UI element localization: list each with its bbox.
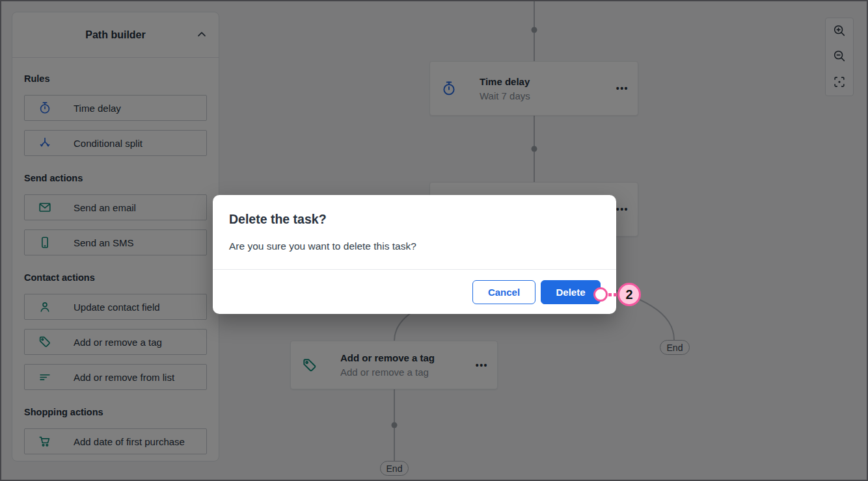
- modal-message: Are you sure you want to delete this tas…: [229, 240, 600, 252]
- modal-footer: Cancel Delete: [213, 269, 616, 314]
- flow-editor-screen: Path builder Rules Time delay Cond: [0, 0, 868, 481]
- delete-task-modal: Delete the task? Are you sure you want t…: [213, 195, 616, 314]
- delete-button[interactable]: Delete: [541, 280, 601, 304]
- modal-title: Delete the task?: [229, 212, 600, 227]
- annotation-dotted-line: [614, 293, 617, 296]
- annotation-dotted-line: [608, 293, 612, 296]
- annotation-pointer-circle: [593, 287, 608, 302]
- cancel-button[interactable]: Cancel: [472, 280, 536, 304]
- modal-content: Delete the task? Are you sure you want t…: [213, 195, 616, 269]
- annotation-step-badge: 2: [617, 283, 641, 306]
